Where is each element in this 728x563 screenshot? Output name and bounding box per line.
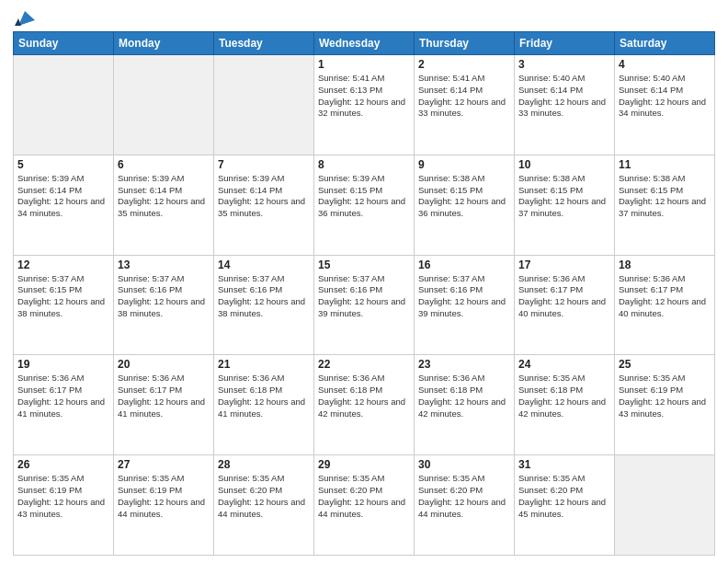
weekday-header-monday: Monday (114, 32, 214, 55)
day-info: Sunrise: 5:41 AM Sunset: 6:14 PM Dayligh… (418, 73, 510, 120)
day-number: 20 (118, 358, 210, 371)
calendar-cell: 11Sunrise: 5:38 AM Sunset: 6:15 PM Dayli… (615, 155, 715, 255)
calendar-cell: 10Sunrise: 5:38 AM Sunset: 6:15 PM Dayli… (515, 155, 615, 255)
day-info: Sunrise: 5:36 AM Sunset: 6:18 PM Dayligh… (218, 373, 310, 419)
weekday-header-tuesday: Tuesday (214, 32, 314, 55)
day-number: 30 (418, 458, 510, 471)
calendar-cell: 22Sunrise: 5:36 AM Sunset: 6:18 PM Dayli… (314, 355, 415, 455)
day-info: Sunrise: 5:37 AM Sunset: 6:16 PM Dayligh… (118, 273, 210, 320)
calendar-cell: 30Sunrise: 5:35 AM Sunset: 6:20 PM Dayli… (415, 455, 515, 556)
day-number: 1 (318, 58, 410, 71)
day-number: 15 (318, 259, 410, 271)
day-info: Sunrise: 5:35 AM Sunset: 6:20 PM Dayligh… (518, 473, 610, 520)
day-number: 31 (518, 458, 610, 471)
day-number: 5 (17, 158, 109, 171)
day-number: 27 (118, 458, 210, 471)
header (13, 9, 715, 26)
calendar-cell: 28Sunrise: 5:35 AM Sunset: 6:20 PM Dayli… (214, 455, 314, 556)
day-number: 26 (17, 458, 109, 471)
day-info: Sunrise: 5:40 AM Sunset: 6:14 PM Dayligh… (619, 73, 711, 120)
day-info: Sunrise: 5:40 AM Sunset: 6:14 PM Dayligh… (518, 73, 610, 120)
day-info: Sunrise: 5:35 AM Sunset: 6:20 PM Dayligh… (418, 473, 510, 520)
day-info: Sunrise: 5:35 AM Sunset: 6:19 PM Dayligh… (118, 473, 210, 520)
day-info: Sunrise: 5:36 AM Sunset: 6:17 PM Dayligh… (17, 373, 109, 419)
week-row-4: 26Sunrise: 5:35 AM Sunset: 6:19 PM Dayli… (14, 455, 715, 556)
calendar-header-row: SundayMondayTuesdayWednesdayThursdayFrid… (14, 32, 715, 55)
calendar-cell: 19Sunrise: 5:36 AM Sunset: 6:17 PM Dayli… (14, 355, 114, 455)
day-number: 6 (118, 158, 210, 171)
day-number: 3 (518, 58, 610, 71)
day-number: 10 (518, 158, 610, 171)
day-info: Sunrise: 5:35 AM Sunset: 6:20 PM Dayligh… (318, 473, 410, 520)
day-info: Sunrise: 5:36 AM Sunset: 6:18 PM Dayligh… (318, 373, 410, 419)
calendar-cell: 31Sunrise: 5:35 AM Sunset: 6:20 PM Dayli… (515, 455, 615, 556)
week-row-2: 12Sunrise: 5:37 AM Sunset: 6:15 PM Dayli… (14, 255, 715, 355)
day-info: Sunrise: 5:35 AM Sunset: 6:19 PM Dayligh… (17, 473, 109, 520)
week-row-3: 19Sunrise: 5:36 AM Sunset: 6:17 PM Dayli… (14, 355, 715, 455)
day-number: 22 (318, 358, 410, 371)
calendar-cell: 7Sunrise: 5:39 AM Sunset: 6:14 PM Daylig… (214, 155, 314, 255)
day-number: 25 (619, 358, 711, 371)
day-info: Sunrise: 5:39 AM Sunset: 6:14 PM Dayligh… (17, 173, 109, 220)
day-info: Sunrise: 5:39 AM Sunset: 6:15 PM Dayligh… (318, 173, 410, 220)
day-info: Sunrise: 5:36 AM Sunset: 6:17 PM Dayligh… (118, 373, 210, 419)
calendar-cell: 16Sunrise: 5:37 AM Sunset: 6:16 PM Dayli… (415, 255, 515, 355)
day-info: Sunrise: 5:37 AM Sunset: 6:15 PM Dayligh… (17, 273, 109, 320)
day-number: 28 (218, 458, 310, 471)
page: SundayMondayTuesdayWednesdayThursdayFrid… (0, 0, 728, 563)
calendar-cell: 5Sunrise: 5:39 AM Sunset: 6:14 PM Daylig… (14, 155, 114, 255)
day-info: Sunrise: 5:38 AM Sunset: 6:15 PM Dayligh… (619, 173, 711, 220)
calendar-cell: 13Sunrise: 5:37 AM Sunset: 6:16 PM Dayli… (114, 255, 214, 355)
day-number: 16 (418, 259, 510, 271)
calendar-cell: 17Sunrise: 5:36 AM Sunset: 6:17 PM Dayli… (515, 255, 615, 355)
weekday-header-wednesday: Wednesday (314, 32, 415, 55)
calendar-cell: 27Sunrise: 5:35 AM Sunset: 6:19 PM Dayli… (114, 455, 214, 556)
svg-marker-0 (18, 11, 35, 26)
calendar-cell: 8Sunrise: 5:39 AM Sunset: 6:15 PM Daylig… (314, 155, 415, 255)
day-info: Sunrise: 5:35 AM Sunset: 6:18 PM Dayligh… (518, 373, 610, 419)
calendar-cell: 18Sunrise: 5:36 AM Sunset: 6:17 PM Dayli… (615, 255, 715, 355)
day-info: Sunrise: 5:37 AM Sunset: 6:16 PM Dayligh… (418, 273, 510, 320)
day-info: Sunrise: 5:35 AM Sunset: 6:20 PM Dayligh… (218, 473, 310, 520)
day-number: 14 (218, 259, 310, 271)
day-number: 24 (518, 358, 610, 371)
logo (13, 9, 35, 26)
day-number: 21 (218, 358, 310, 371)
day-info: Sunrise: 5:36 AM Sunset: 6:17 PM Dayligh… (518, 273, 610, 320)
calendar-cell: 15Sunrise: 5:37 AM Sunset: 6:16 PM Dayli… (314, 255, 415, 355)
day-info: Sunrise: 5:36 AM Sunset: 6:17 PM Dayligh… (619, 273, 711, 320)
calendar-table: SundayMondayTuesdayWednesdayThursdayFrid… (13, 31, 715, 556)
day-number: 17 (518, 259, 610, 271)
calendar-cell: 20Sunrise: 5:36 AM Sunset: 6:17 PM Dayli… (114, 355, 214, 455)
calendar-cell: 6Sunrise: 5:39 AM Sunset: 6:14 PM Daylig… (114, 155, 214, 255)
calendar-cell (615, 455, 715, 556)
day-number: 29 (318, 458, 410, 471)
day-info: Sunrise: 5:39 AM Sunset: 6:14 PM Dayligh… (118, 173, 210, 220)
day-info: Sunrise: 5:36 AM Sunset: 6:18 PM Dayligh… (418, 373, 510, 419)
weekday-header-friday: Friday (515, 32, 615, 55)
calendar-cell: 3Sunrise: 5:40 AM Sunset: 6:14 PM Daylig… (515, 55, 615, 155)
calendar-cell: 4Sunrise: 5:40 AM Sunset: 6:14 PM Daylig… (615, 55, 715, 155)
day-number: 2 (418, 58, 510, 71)
calendar-cell: 2Sunrise: 5:41 AM Sunset: 6:14 PM Daylig… (415, 55, 515, 155)
day-info: Sunrise: 5:41 AM Sunset: 6:13 PM Dayligh… (318, 73, 410, 120)
calendar-cell: 1Sunrise: 5:41 AM Sunset: 6:13 PM Daylig… (314, 55, 415, 155)
day-info: Sunrise: 5:39 AM Sunset: 6:14 PM Dayligh… (218, 173, 310, 220)
calendar-cell: 25Sunrise: 5:35 AM Sunset: 6:19 PM Dayli… (615, 355, 715, 455)
calendar-cell: 9Sunrise: 5:38 AM Sunset: 6:15 PM Daylig… (415, 155, 515, 255)
calendar-cell: 21Sunrise: 5:36 AM Sunset: 6:18 PM Dayli… (214, 355, 314, 455)
day-number: 4 (619, 58, 711, 71)
calendar-cell (214, 55, 314, 155)
calendar-cell (14, 55, 114, 155)
day-number: 13 (118, 259, 210, 271)
week-row-0: 1Sunrise: 5:41 AM Sunset: 6:13 PM Daylig… (14, 55, 715, 155)
day-number: 8 (318, 158, 410, 171)
calendar-cell: 23Sunrise: 5:36 AM Sunset: 6:18 PM Dayli… (415, 355, 515, 455)
calendar-cell: 12Sunrise: 5:37 AM Sunset: 6:15 PM Dayli… (14, 255, 114, 355)
day-number: 12 (17, 259, 109, 271)
weekday-header-thursday: Thursday (415, 32, 515, 55)
day-number: 19 (17, 358, 109, 371)
calendar-cell: 29Sunrise: 5:35 AM Sunset: 6:20 PM Dayli… (314, 455, 415, 556)
calendar-cell: 24Sunrise: 5:35 AM Sunset: 6:18 PM Dayli… (515, 355, 615, 455)
weekday-header-saturday: Saturday (615, 32, 715, 55)
